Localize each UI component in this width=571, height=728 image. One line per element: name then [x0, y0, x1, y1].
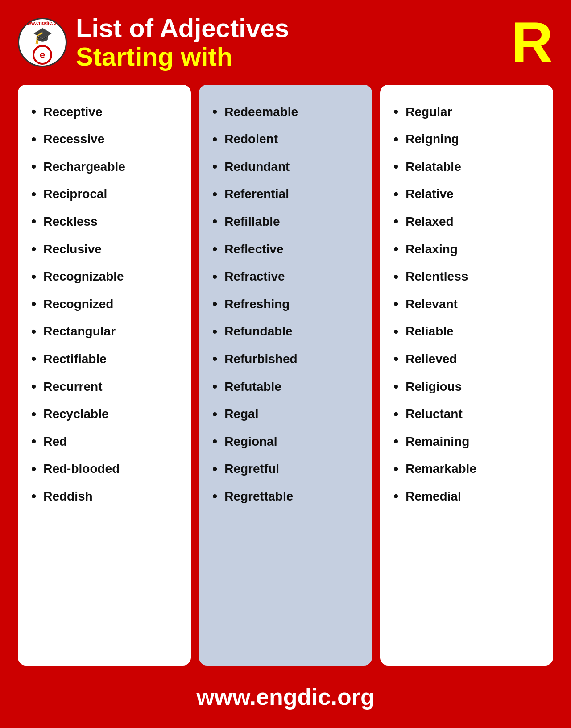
- list-item: Reclusive: [31, 236, 182, 263]
- list-item: Religious: [393, 373, 544, 401]
- list-item: Refurbished: [212, 345, 363, 373]
- list-item: Reckless: [31, 208, 182, 236]
- graduation-cap-icon: 🎓: [33, 26, 53, 45]
- header-title-block: List of Adjectives Starting with: [76, 14, 502, 71]
- list-item: Reliable: [393, 318, 544, 346]
- list-item: Reciprocal: [31, 181, 182, 208]
- list-item: Regrettable: [212, 483, 363, 510]
- list-item: Redolent: [212, 126, 363, 153]
- list-item: Recognized: [31, 290, 182, 318]
- list-item: Refreshing: [212, 290, 363, 318]
- list-item: Recessive: [31, 126, 182, 153]
- list-item: Regretful: [212, 455, 363, 483]
- list-item: Relevant: [393, 290, 544, 318]
- list-item: Refillable: [212, 208, 363, 236]
- list-item: Refractive: [212, 263, 363, 291]
- list-item: Relieved: [393, 345, 544, 373]
- footer: www.engdic.org: [18, 679, 553, 715]
- logo-url-top: www.engdic.org: [24, 20, 62, 26]
- list-item: Relatable: [393, 153, 544, 181]
- list-item: Recognizable: [31, 263, 182, 291]
- list-item: Relaxed: [393, 208, 544, 236]
- list-item: Red: [31, 428, 182, 455]
- list-item: Reigning: [393, 126, 544, 153]
- list-item: Remedial: [393, 483, 544, 510]
- word-list-2: RedeemableRedolentRedundantReferentialRe…: [212, 98, 363, 510]
- list-item: Regional: [212, 428, 363, 455]
- title-line2: Starting with: [76, 42, 232, 71]
- list-item: Refundable: [212, 318, 363, 346]
- list-item: Rectangular: [31, 318, 182, 346]
- list-item: Recurrent: [31, 373, 182, 401]
- list-item: Reflective: [212, 236, 363, 263]
- logo-circle: e: [33, 45, 52, 65]
- list-item: Reluctant: [393, 401, 544, 428]
- word-columns: ReceptiveRecessiveRechargeableReciprocal…: [18, 85, 553, 666]
- list-item: Relentless: [393, 263, 544, 291]
- list-item: Redundant: [212, 153, 363, 181]
- title-line1: List of Adjectives: [76, 14, 289, 42]
- list-item: Regal: [212, 401, 363, 428]
- column-2: RedeemableRedolentRedundantReferentialRe…: [199, 85, 372, 666]
- column-3: RegularReigningRelatableRelativeRelaxedR…: [380, 85, 553, 666]
- list-item: Remaining: [393, 428, 544, 455]
- list-item: Regular: [393, 98, 544, 126]
- header: www.engdic.org 🎓 e List of Adjectives St…: [18, 13, 553, 71]
- list-item: Recyclable: [31, 401, 182, 428]
- list-item: Rectifiable: [31, 345, 182, 373]
- word-list-1: ReceptiveRecessiveRechargeableReciprocal…: [31, 98, 182, 510]
- logo-letter: e: [40, 49, 45, 61]
- list-item: Rechargeable: [31, 153, 182, 181]
- footer-website: www.engdic.org: [196, 684, 375, 710]
- list-item: Refutable: [212, 373, 363, 401]
- list-item: Referential: [212, 181, 363, 208]
- list-item: Redeemable: [212, 98, 363, 126]
- logo: www.engdic.org 🎓 e: [18, 18, 67, 67]
- word-list-3: RegularReigningRelatableRelativeRelaxedR…: [393, 98, 544, 510]
- list-item: Relaxing: [393, 236, 544, 263]
- big-letter-r: R: [511, 13, 553, 71]
- list-item: Remarkable: [393, 455, 544, 483]
- list-item: Reddish: [31, 483, 182, 510]
- list-item: Red-blooded: [31, 455, 182, 483]
- column-1: ReceptiveRecessiveRechargeableReciprocal…: [18, 85, 191, 666]
- list-item: Receptive: [31, 98, 182, 126]
- list-item: Relative: [393, 181, 544, 208]
